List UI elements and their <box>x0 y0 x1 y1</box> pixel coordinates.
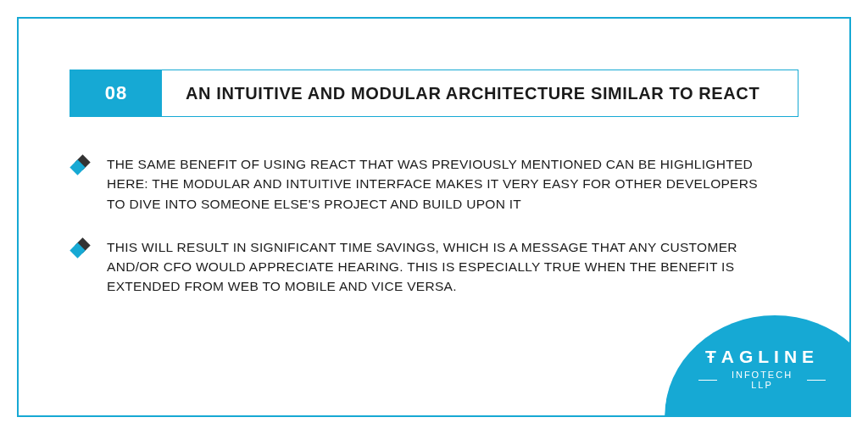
diamond-bullet-icon <box>70 154 93 178</box>
slide-frame: 08 AN INTUITIVE AND MODULAR ARCHITECTURE… <box>17 17 851 417</box>
brand-name: ŦAGLINE <box>698 347 826 367</box>
slide-content: THE SAME BENEFIT OF USING REACT THAT WAS… <box>70 154 798 320</box>
slide-number-badge: 08 <box>70 70 162 116</box>
bullet-item: THIS WILL RESULT IN SIGNIFICANT TIME SAV… <box>70 237 798 297</box>
brand-subtitle: INFOTECH LLP <box>698 370 826 390</box>
bullet-text: THIS WILL RESULT IN SIGNIFICANT TIME SAV… <box>107 237 768 297</box>
slide-header: 08 AN INTUITIVE AND MODULAR ARCHITECTURE… <box>70 70 798 117</box>
bullet-item: THE SAME BENEFIT OF USING REACT THAT WAS… <box>70 154 798 214</box>
diamond-bullet-icon <box>70 237 93 261</box>
brand-logo: ŦAGLINE INFOTECH LLP <box>698 347 826 390</box>
bullet-text: THE SAME BENEFIT OF USING REACT THAT WAS… <box>107 154 768 214</box>
slide-title: AN INTUITIVE AND MODULAR ARCHITECTURE SI… <box>162 70 798 116</box>
